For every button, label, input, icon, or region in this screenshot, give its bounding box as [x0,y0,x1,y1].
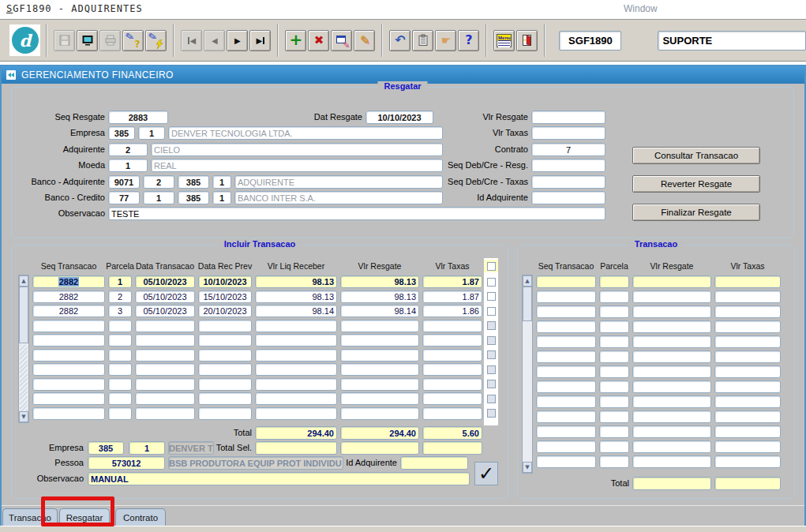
table-cell[interactable] [714,335,781,348]
table-cell[interactable] [599,365,629,378]
table-cell[interactable]: 2882 [32,275,105,288]
table-cell[interactable] [255,363,337,376]
table-cell[interactable] [198,378,252,391]
table-cell[interactable]: 20/10/2023 [198,305,252,317]
row-checkbox[interactable] [487,409,496,418]
table-cell[interactable] [599,380,629,393]
table-cell[interactable] [714,305,781,318]
row-checkbox[interactable] [487,395,496,403]
table-cell[interactable] [632,335,711,348]
next-record-button[interactable]: ▶ [227,30,248,51]
pessoa-code-field[interactable]: 573012 [88,456,165,470]
table-cell[interactable]: 2882 [32,305,105,317]
table-cell[interactable] [599,290,629,303]
table-cell[interactable] [714,440,781,453]
scroll-up-button[interactable]: ▲ [19,275,28,287]
table-cell[interactable] [632,410,711,423]
table-cell[interactable] [536,395,596,408]
table-cell[interactable] [32,407,105,420]
table-cell[interactable]: 98.14 [340,305,419,317]
exit-button[interactable] [516,30,538,51]
table-cell[interactable]: 2 [108,290,132,303]
execute-query-button[interactable]: ✎ [145,30,167,51]
delete-record-button[interactable]: ✖ [308,30,329,51]
table-cell[interactable] [135,378,195,391]
table-cell[interactable]: 98.13 [340,290,419,303]
table-cell[interactable] [422,334,482,347]
scroll-down-button[interactable]: ▼ [523,462,532,473]
table-cell[interactable] [599,455,629,468]
transacao-table-scrollbar[interactable]: ▲ ▼ [522,275,533,474]
table-cell[interactable] [632,365,711,378]
table-cell[interactable]: 98.14 [255,305,337,317]
table-cell[interactable] [32,334,105,347]
table-cell[interactable] [632,290,711,303]
table-cell[interactable] [536,365,596,378]
vlr-taxas-field[interactable] [531,126,605,140]
table-cell[interactable]: 1.87 [422,290,482,303]
table-cell[interactable] [255,378,337,391]
table-cell[interactable]: 05/10/2023 [135,305,195,317]
table-cell[interactable] [340,378,419,391]
row-checkbox[interactable] [487,262,496,271]
insert-record-button[interactable]: + [285,30,306,51]
table-cell[interactable] [135,363,195,376]
incluir-table-scrollbar[interactable]: ▲ ▼ [18,275,29,423]
table-cell[interactable]: 10/10/2023 [198,275,252,288]
table-cell[interactable] [714,350,781,363]
table-cell[interactable] [714,380,781,393]
table-cell[interactable] [714,290,781,303]
table-cell[interactable] [632,380,711,393]
first-record-button[interactable]: ◀ [181,30,202,51]
table-cell[interactable] [632,455,711,468]
row-checkbox[interactable] [487,321,496,330]
seq-debcre-resg-field[interactable] [531,159,605,172]
table-cell[interactable]: 05/10/2023 [135,290,195,303]
banco-cred-code1-field[interactable]: 77 [108,191,140,204]
row-checkbox[interactable] [487,292,496,301]
table-cell[interactable] [422,407,482,420]
table-cell[interactable] [536,455,596,468]
table-cell[interactable]: 1.87 [422,275,482,288]
table-cell[interactable] [340,320,419,332]
table-cell[interactable] [714,320,781,333]
row-checkbox[interactable] [487,380,496,388]
table-cell[interactable] [536,290,596,303]
table-cell[interactable] [422,392,482,405]
table-cell[interactable] [32,363,105,376]
clipboard-button[interactable] [412,30,433,51]
table-cell[interactable] [198,334,252,347]
table-cell[interactable] [599,410,629,423]
id-adquirente-field[interactable] [531,191,605,204]
table-cell[interactable] [536,380,596,393]
table-cell[interactable] [135,392,195,405]
scroll-up-button[interactable]: ▲ [523,275,532,287]
table-cell[interactable] [599,275,629,288]
table-cell[interactable] [255,334,337,347]
table-cell[interactable] [536,440,596,453]
table-cell[interactable] [340,392,419,405]
confirm-button[interactable]: ✓ [474,462,498,485]
table-cell[interactable]: 3 [108,305,132,317]
table-cell[interactable] [599,425,629,438]
table-cell[interactable] [255,349,337,362]
banco-adq-code3-field[interactable]: 385 [178,175,209,189]
table-cell[interactable] [255,320,337,332]
table-cell[interactable] [198,349,252,362]
table-cell[interactable] [632,275,711,288]
row-checkbox[interactable] [487,336,496,345]
table-cell[interactable] [198,363,252,376]
table-cell[interactable] [599,305,629,318]
table-cell[interactable] [422,349,482,362]
row-checkbox[interactable] [487,350,496,359]
table-cell[interactable] [422,320,482,332]
row-checkbox[interactable] [487,278,496,287]
table-cell[interactable]: 1.86 [422,305,482,317]
table-cell[interactable] [198,320,252,332]
table-cell[interactable] [536,425,596,438]
banco-cred-code4-field[interactable]: 1 [212,191,231,204]
help-button[interactable]: ? [458,30,479,51]
table-cell[interactable] [108,320,132,332]
table-cell[interactable] [714,455,781,468]
table-cell[interactable]: 98.13 [255,290,337,303]
